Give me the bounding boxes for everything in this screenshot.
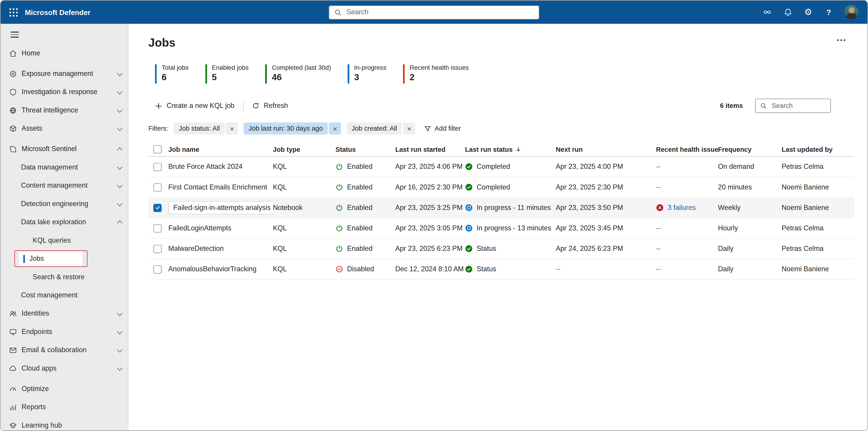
sidebar-item-kql-queries[interactable]: KQL queries [0,231,128,249]
sidebar-item-data-management[interactable]: Data management [0,158,128,177]
row-checkbox[interactable] [153,244,162,253]
filter-pill[interactable]: Job status: All [174,122,225,135]
cell-last-run-status: Completed [465,163,556,171]
remove-filter-icon[interactable]: × [226,122,238,135]
avatar[interactable] [844,5,859,19]
sidebar-item-identities[interactable]: Identities [0,304,128,322]
sort-desc-icon [515,146,521,152]
row-checkbox[interactable] [153,162,162,171]
chevron-down-icon [117,164,122,169]
cell-job-name: First Contact Emails Enrichment [168,183,273,191]
col-status[interactable]: Status [335,146,395,153]
toolbar-divider [243,101,243,111]
notifications-icon[interactable] [783,7,793,17]
add-filter-button[interactable]: Add filter [424,124,461,132]
stat-in-progress: In-progress 3 [347,64,386,84]
help-icon[interactable]: ? [824,7,834,17]
sidebar-item-investigation-response[interactable]: Investigation & response [0,83,128,101]
sidebar-item-cost-management[interactable]: Cost management [0,286,128,304]
sidebar-item-threat-intelligence[interactable]: Threat intelligence [0,101,128,120]
sidebar-item-content-management[interactable]: Content management [0,177,128,195]
app-launcher-icon[interactable] [9,8,18,17]
cell-last-run-started: Apr 23, 2025 6:23 PM [395,245,465,252]
filters-label: Filters: [148,124,168,132]
selected-nav-item: Jobs [19,251,83,266]
sidebar-item-search-restore[interactable]: Search & restore [0,268,128,286]
col-last-run-status[interactable]: Last run status [465,146,556,153]
stat-bar [155,64,157,84]
table-row[interactable]: MalwareDetection KQL Enabled Apr 23, 202… [148,239,854,259]
stat-value: 46 [272,72,331,83]
global-search-box[interactable] [329,5,539,19]
sidebar-item-detection-engineering[interactable]: Detection engineering [0,195,128,213]
sidebar-item-exposure-management[interactable]: Exposure management [0,65,128,83]
sentinel-icon [8,145,17,154]
stat-bar [205,64,207,84]
sidebar-item-home[interactable]: Home [0,44,128,62]
completed-icon [465,265,473,273]
col-frequency[interactable]: Frequency [718,146,781,153]
cell-job-name: Failed-sign-in-attempts analysis [168,201,273,214]
table-row[interactable]: Brute Force Attack 2024 KQL Enabled Apr … [148,157,854,177]
global-search-input[interactable] [345,8,534,17]
more-options-button[interactable] [837,39,845,41]
remove-filter-icon[interactable]: × [329,122,341,135]
row-checkbox[interactable] [153,183,162,191]
cell-next-run: -- [556,265,656,273]
col-job-type[interactable]: Job type [273,146,335,153]
col-last-run-started[interactable]: Last run started [395,146,465,153]
chevron-down-icon [117,201,122,206]
filter-pill[interactable]: Job last run: 30 days ago [244,122,328,135]
sidebar-item-endpoints[interactable]: Endpoints [0,323,128,341]
chevron-up-icon [117,221,122,226]
chevron-up-icon [117,148,122,153]
copilot-icon[interactable] [762,7,772,17]
row-checkbox[interactable] [153,265,162,273]
sidebar-item-label: Threat intelligence [22,106,78,114]
col-job-name[interactable]: Job name [168,146,273,153]
filter-pill[interactable]: Job created: All [347,122,402,135]
sidebar-item-learning-hub[interactable]: Learning hub [0,416,128,430]
create-kql-job-button[interactable]: Create a new KQL job [155,102,235,110]
row-checkbox-checked[interactable] [153,204,162,212]
settings-icon[interactable]: ⚙ [803,7,813,17]
stat-enabled-jobs: Enabled jobs 5 [205,64,248,84]
filter-pill-job-last-run: Job last run: 30 days ago × [244,122,341,135]
sidebar-item-data-lake-exploration[interactable]: Data lake exploration [0,213,128,231]
selected-indicator [23,255,25,263]
cell-next-run: Apr 23, 2025 3:50 PM [556,204,656,212]
collapse-menu-icon[interactable] [10,32,19,37]
sidebar-item-assets[interactable]: Assets [0,120,128,138]
table-row[interactable]: AnomalousBehaviorTracking KQL Disabled D… [148,259,854,280]
row-checkbox[interactable] [153,224,162,233]
cell-job-name: Brute Force Attack 2024 [168,163,273,171]
failures-link[interactable]: 3 failures [668,204,696,212]
sidebar-item-jobs[interactable]: Jobs [0,250,128,268]
table-row-selected[interactable]: Failed-sign-in-attempts analysis Noteboo… [148,198,854,218]
cell-job-type: KQL [273,183,335,191]
stat-value: 2 [410,72,469,83]
items-count: 6 items [720,102,743,110]
select-all-checkbox[interactable] [153,145,162,154]
col-recent-health-issues[interactable]: Recent health issues [656,146,718,153]
filter-pill-job-status: Job status: All × [174,122,238,135]
sidebar-item-label: KQL queries [33,237,71,244]
sidebar-item-cloud-apps[interactable]: Cloud apps [0,359,128,377]
cell-updated-by: Petras Celma [782,245,855,252]
table-search-box[interactable] [755,99,831,113]
sidebar-item-optimize[interactable]: Optimize [0,380,128,398]
refresh-button[interactable]: Refresh [252,102,288,110]
sidebar-item-label: Cloud apps [22,365,57,372]
remove-filter-icon[interactable]: × [403,122,415,135]
table-search-input[interactable] [771,101,826,110]
cell-updated-by: Noemi Baniene [782,183,855,191]
table-row[interactable]: First Contact Emails Enrichment KQL Enab… [148,177,854,198]
table-row[interactable]: FailedLoginAttempts KQL Enabled Apr 23, … [148,218,854,239]
col-last-updated-by[interactable]: Last updated by [782,146,855,153]
sidebar-item-microsoft-sentinel[interactable]: Microsoft Sentinel [0,140,128,158]
sidebar-item-email-collaboration[interactable]: Email & collaboration [0,341,128,359]
col-next-run[interactable]: Next run [556,146,656,153]
cell-updated-by: Petras Celma [782,224,855,232]
sidebar-item-label: Content management [21,182,88,189]
sidebar-item-reports[interactable]: Reports [0,398,128,416]
